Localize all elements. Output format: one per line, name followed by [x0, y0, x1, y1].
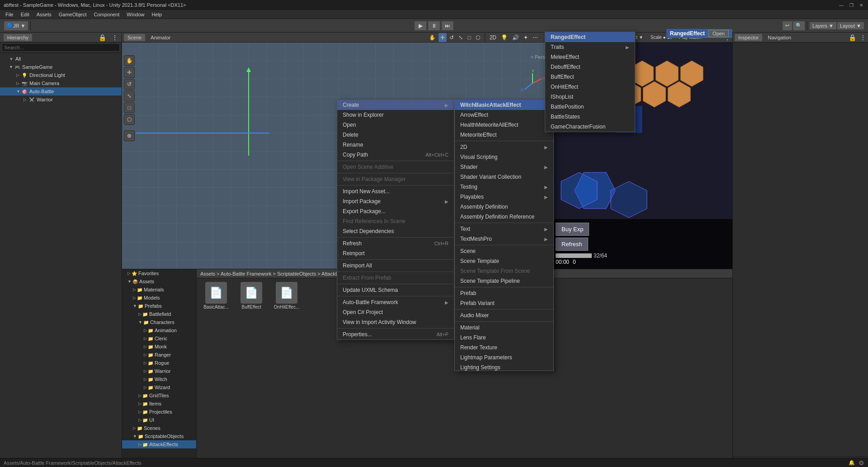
gizmo-scale[interactable]: ⤡ [124, 91, 135, 101]
inspector-menu-icon[interactable]: ⋮ [860, 34, 866, 41]
sub-scene[interactable]: Scene [455, 246, 553, 256]
sub-visual-scripting[interactable]: Visual Scripting [455, 152, 553, 162]
ranged-ishoplist[interactable]: IShopList [545, 92, 635, 102]
ranged-battlestates[interactable]: BattleStates [545, 112, 635, 122]
ctx-properties[interactable]: Properties... Alt+P [337, 329, 454, 339]
layout-dropdown[interactable]: Layout ▼ [837, 22, 864, 30]
ctx-export-package[interactable]: Export Package... [337, 206, 454, 216]
ranged-melee[interactable]: MeleeEffect [545, 52, 635, 62]
tree-item-samplegame[interactable]: ▼ 🎮 SampleGame [0, 63, 122, 71]
sub-shader[interactable]: Shader▶ [455, 162, 553, 172]
ctx-delete[interactable]: Delete [337, 130, 454, 140]
ctx-import-new[interactable]: Import New Asset... [337, 186, 454, 196]
hierarchy-all-item[interactable]: ▼ All [0, 55, 122, 63]
tab-animator[interactable]: Animator [147, 34, 174, 41]
ctx-show-explorer[interactable]: Show in Explorer [337, 110, 454, 120]
ptree-attackeffects[interactable]: ▷ 📁 AttackEffects [122, 440, 196, 448]
ptree-assets[interactable]: ▼ 📦 Assets [122, 277, 196, 286]
ptree-wizard[interactable]: ▷ 📁 Wizard [122, 383, 196, 391]
ptree-models[interactable]: ▷ 📁 Models [122, 294, 196, 302]
sub-text[interactable]: Text▶ [455, 224, 553, 234]
tree-item-autobattle[interactable]: ▼ 🎯 Auto-Battle [0, 87, 122, 95]
play-button[interactable]: ▶ [414, 21, 427, 31]
sub-scene-template[interactable]: Scene Template [455, 256, 553, 266]
menu-component[interactable]: Component [90, 10, 123, 19]
ptree-witch[interactable]: ▷ 📁 Witch [122, 375, 196, 383]
notification-bell-icon[interactable]: 🔔 [849, 460, 855, 466]
ptree-gridtiles[interactable]: ▷ 📁 GridTiles [122, 391, 196, 400]
sub-prefab[interactable]: Prefab [455, 288, 553, 298]
sub-assembly-def-ref[interactable]: Assembly Definition Reference [455, 212, 553, 222]
gizmo-hand[interactable]: ✋ [124, 55, 135, 66]
undo-button[interactable]: ↩ [782, 21, 793, 31]
ctx-rename[interactable]: Rename [337, 140, 454, 150]
ctx-select-dependencies[interactable]: Select Dependencies [337, 226, 454, 236]
status-layers-icon[interactable]: ⚙ [859, 459, 864, 467]
ptree-battlefield[interactable]: ▷ 📁 Battlefield [122, 310, 196, 318]
ctx-reimport[interactable]: Reimport [337, 248, 454, 258]
ranged-traits[interactable]: Traits▶ [545, 42, 635, 52]
tab-nav[interactable]: Navigation [768, 35, 791, 40]
asset-onhiteffect[interactable]: 📄 OnHitEffec... [271, 282, 302, 310]
asset-basicattac[interactable]: 📄 BasicAttac... [200, 282, 232, 310]
ctx-open-csharp[interactable]: Open C# Project [337, 307, 454, 317]
step-button[interactable]: ⏭ [441, 21, 454, 31]
hierarchy-search-input[interactable] [2, 43, 120, 52]
menu-file[interactable]: File [2, 10, 17, 19]
scene-tool-scale[interactable]: ⤡ [457, 33, 465, 42]
refresh-button[interactable]: Refresh [556, 238, 588, 251]
sub-playables[interactable]: Playables▶ [455, 192, 553, 202]
ptree-prefabs[interactable]: ▼ 📁 Prefabs [122, 302, 196, 310]
ptree-projectiles[interactable]: ▷ 📁 Projectiles [122, 408, 196, 416]
sub-lighting-settings[interactable]: Lighting Settings [455, 362, 553, 371]
sub-lightmap-params[interactable]: Lightmap Parameters [455, 353, 553, 362]
scene-tool-transform[interactable]: ⬡ [474, 33, 482, 42]
sub-lens-flare[interactable]: Lens Flare [455, 333, 553, 343]
ctx-copy-path[interactable]: Copy Path Alt+Ctrl+C [337, 150, 454, 160]
ctx-import-package[interactable]: Import Package ▶ [337, 196, 454, 206]
asset-buffeffect[interactable]: 📄 BuffEffect [236, 282, 267, 310]
menu-assets[interactable]: Assets [33, 10, 55, 19]
tree-item-directional-light[interactable]: ▷ 💡 Directional Light [0, 71, 122, 79]
menu-window[interactable]: Window [123, 10, 148, 19]
ctx-create[interactable]: Create ▶ [337, 100, 454, 110]
sub-2d[interactable]: 2D▶ [455, 142, 553, 152]
tab-scene[interactable]: Scene [124, 34, 145, 41]
ctx-refresh[interactable]: Refresh Ctrl+R [337, 238, 454, 248]
gizmo-rotate[interactable]: ↺ [124, 79, 135, 90]
buy-exp-button[interactable]: Buy Exp [556, 223, 589, 236]
sub-prefab-variant[interactable]: Prefab Variant [455, 298, 553, 308]
ranged-debuff[interactable]: DebuffEffect [545, 62, 635, 72]
inspector-lock-icon[interactable]: 🔒 [849, 34, 856, 41]
sub-scene-template-pipeline[interactable]: Scene Template Pipeline [455, 276, 553, 286]
ranged-battleposition[interactable]: BattlePosition [545, 102, 635, 112]
sub-assembly-def[interactable]: Assembly Definition [455, 202, 553, 212]
ptree-rogue[interactable]: ▷ 📁 Rogue [122, 359, 196, 367]
ptree-warrior[interactable]: ▷ 📁 Warrior [122, 367, 196, 375]
gizmo-move[interactable]: ✛ [124, 67, 135, 78]
gizmo-combined[interactable]: ⬡ [124, 114, 135, 125]
ptree-animation[interactable]: ▷ 📁 Animation [122, 326, 196, 334]
ptree-cleric[interactable]: ▷ 📁 Cleric [122, 334, 196, 343]
tree-item-warrior[interactable]: ▷ ⚔️ Warrior [0, 95, 122, 104]
sub-arrow-effect[interactable]: ArrowEffect [455, 110, 553, 120]
ptree-materials[interactable]: ▷ 📁 Materials [122, 286, 196, 294]
sub-material[interactable]: Material [455, 323, 553, 333]
sub-textmeshpro[interactable]: TextMeshPro▶ [455, 234, 553, 244]
menu-help[interactable]: Help [148, 10, 165, 19]
ranged-buff[interactable]: BuffEffect [545, 72, 635, 82]
ptree-characters[interactable]: ▼ 📁 Characters [122, 318, 196, 326]
ptree-scriptableobjects[interactable]: ▼ 📁 ScriptableObjects [122, 432, 196, 440]
ptree-monk[interactable]: ▷ 📁 Monk [122, 343, 196, 351]
gizmo-custom[interactable]: ⊕ [124, 130, 135, 141]
layers-dropdown[interactable]: Layers ▼ [809, 22, 837, 30]
ctx-open[interactable]: Open [337, 120, 454, 130]
tab-inspector[interactable]: Inspector [735, 34, 762, 41]
sub-audio-mixer[interactable]: Audio Mixer [455, 310, 553, 320]
gizmo-rect[interactable]: □ [124, 102, 135, 113]
search-toolbar-button[interactable]: 🔍 [793, 21, 805, 31]
sub-testing[interactable]: Testing▶ [455, 182, 553, 192]
tab-hierarchy[interactable]: Hierarchy [4, 34, 32, 41]
ranged-gamecharacterfusion[interactable]: GameCharacterFusion [545, 122, 635, 132]
ranged-onhit[interactable]: OnHitEffect [545, 82, 635, 92]
